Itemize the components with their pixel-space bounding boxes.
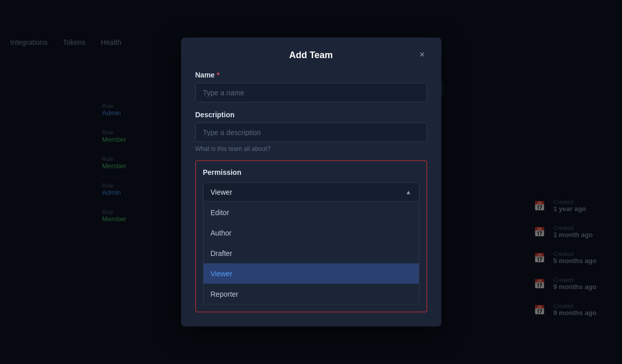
dropdown-option-drafter[interactable]: Drafter — [204, 243, 419, 264]
modal-title: Add Team — [289, 50, 333, 61]
dropdown-option-viewer[interactable]: Viewer — [204, 264, 419, 284]
description-input[interactable] — [195, 123, 427, 142]
dropdown-option-author[interactable]: Author — [204, 223, 419, 243]
modal-close-button[interactable]: × — [417, 48, 427, 61]
dropdown-option-editor[interactable]: Editor — [204, 202, 419, 223]
dropdown-selected-value: Viewer — [211, 188, 233, 196]
modal-header: Add Team × — [195, 50, 427, 61]
name-input[interactable] — [195, 83, 427, 102]
description-form-group: Description What is this team all about? — [195, 111, 427, 152]
dropdown-trigger[interactable]: Viewer ▲ — [203, 183, 419, 202]
name-form-group: Name * — [195, 71, 427, 102]
add-team-modal: Add Team × Name * Description What is th… — [181, 38, 441, 327]
description-hint: What is this team all about? — [195, 145, 427, 152]
dropdown-menu: Editor Author Drafter Viewer Reporter — [203, 202, 419, 305]
name-label: Name * — [195, 71, 427, 79]
permission-section: Permission Viewer ▲ Editor Author Drafte… — [195, 161, 427, 313]
required-star: * — [217, 71, 219, 79]
permission-dropdown[interactable]: Viewer ▲ Editor Author Drafter Viewer Re… — [203, 183, 419, 305]
permission-label: Permission — [203, 168, 419, 176]
chevron-up-icon: ▲ — [406, 189, 412, 196]
description-label: Description — [195, 111, 427, 119]
dropdown-option-reporter[interactable]: Reporter — [204, 284, 419, 304]
